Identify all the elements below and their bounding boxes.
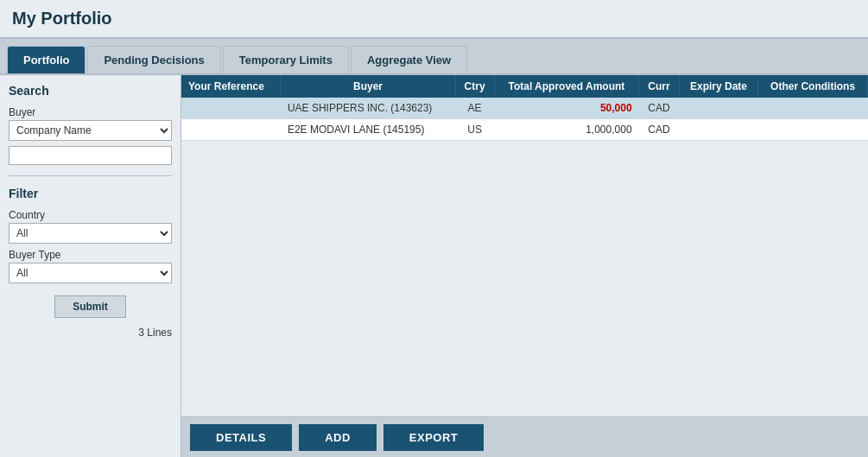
buyer-field: Buyer Company Name [9,106,172,141]
search-section-title: Search [9,84,172,98]
buyer-select[interactable]: Company Name [9,120,172,141]
main-container: Portfolio Pending Decisions Temporary Li… [0,39,868,457]
tab-portfolio[interactable]: Portfolio [7,46,86,73]
add-button[interactable]: ADD [299,424,377,451]
details-button[interactable]: DETAILS [190,424,292,451]
page-title: My Portfolio [0,0,868,39]
table-row[interactable]: UAE SHIPPERS INC. (143623)AE50,000CAD [181,98,868,119]
tabs-bar: Portfolio Pending Decisions Temporary Li… [0,39,868,73]
tab-pending-decisions[interactable]: Pending Decisions [87,46,220,73]
bottom-buttons: DETAILS ADD EXPORT [181,416,868,457]
filter-section-title: Filter [9,187,172,200]
buyer-type-select[interactable]: All [9,263,172,283]
buyer-type-label: Buyer Type [9,249,172,261]
col-curr: Curr [639,75,680,98]
divider [9,175,172,176]
buyer-type-field: Buyer Type All [9,249,172,283]
data-table: Your Reference Buyer Ctry Total Approved… [181,75,868,141]
col-buyer: Buyer [281,75,455,98]
tab-temporary-limits[interactable]: Temporary Limits [223,46,349,73]
table-row[interactable]: E2E MODAVI LANE (145195)US1,000,000CAD [181,119,868,141]
col-ctry: Ctry [455,75,494,98]
export-button[interactable]: EXPORT [383,424,484,451]
buyer-text-input[interactable] [9,146,172,165]
country-label: Country [9,209,172,221]
col-total-approved-amount: Total Approved Amount [494,75,638,98]
country-field: Country All [9,209,172,244]
tab-aggregate-view[interactable]: Aggregate View [351,46,467,73]
buyer-text-input-wrapper [9,146,172,165]
col-expiry-date: Expiry Date [679,75,757,98]
buyer-label: Buyer [9,106,172,118]
content-area: Search Buyer Company Name Filter Country… [0,73,868,457]
country-select[interactable]: All [9,223,172,244]
left-panel: Search Buyer Company Name Filter Country… [0,75,181,457]
col-other-conditions: Other Conditions [758,75,868,98]
table-area: Your Reference Buyer Ctry Total Approved… [181,75,868,416]
right-panel: Your Reference Buyer Ctry Total Approved… [181,75,868,457]
submit-button[interactable]: Submit [54,295,126,318]
col-your-reference: Your Reference [181,75,281,98]
lines-count: 3 Lines [9,327,172,339]
